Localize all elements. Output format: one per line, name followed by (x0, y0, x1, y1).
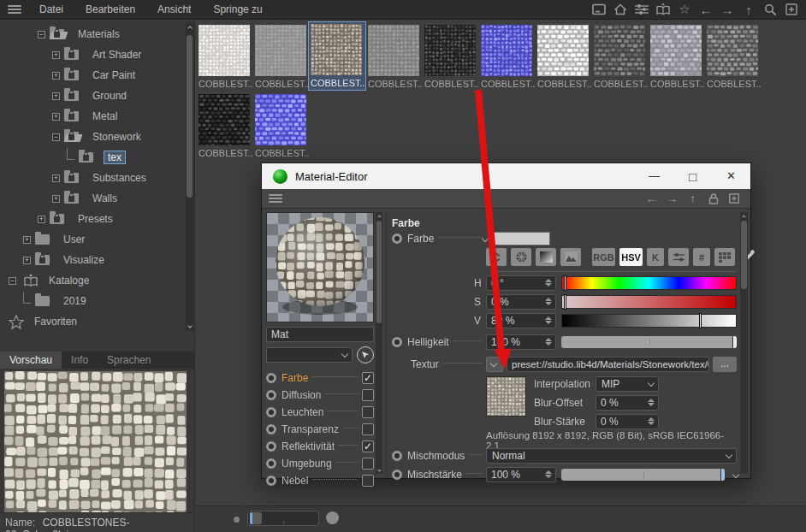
thumbnail-3[interactable]: COBBLEST.. (309, 22, 365, 90)
thumbnail-7[interactable]: COBBLEST.. (537, 25, 590, 89)
hex-mode-button[interactable]: # (693, 248, 710, 266)
lock-icon[interactable] (707, 192, 720, 205)
thumbnail-6[interactable]: COBBLEST.. (481, 25, 534, 89)
swatches-icon[interactable] (714, 248, 735, 266)
channel-checkbox[interactable]: ✓ (362, 372, 374, 384)
tree-item-visualize[interactable]: +Visualize (0, 250, 184, 270)
thumbnail-image[interactable] (199, 25, 250, 76)
channel-state-icon[interactable] (266, 373, 276, 383)
channel-state-icon[interactable] (266, 458, 276, 469)
filter-settings-icon[interactable] (634, 3, 649, 16)
thumbnail-image[interactable] (594, 25, 645, 76)
tree-item-label[interactable]: Ground (89, 89, 130, 103)
preview-type-dropdown[interactable] (266, 347, 353, 363)
channel-label[interactable]: Farbe (282, 372, 308, 384)
tree-item-label[interactable]: tex (104, 151, 126, 164)
channel-state-icon[interactable] (266, 407, 276, 417)
thumbnail-1[interactable]: COBBLEST.. (199, 25, 252, 89)
thumbnail-image[interactable] (255, 25, 306, 76)
hue-field[interactable]: 0 ° (486, 275, 556, 291)
channel-label[interactable]: Transparenz (282, 423, 339, 435)
collapse-icon[interactable]: − (38, 31, 45, 38)
value-marker[interactable] (699, 313, 702, 328)
forward-icon[interactable]: → (720, 3, 735, 16)
menu-item-datei[interactable]: Datei (28, 1, 74, 18)
tree-item-label[interactable]: User (60, 233, 88, 246)
tree-item-tex[interactable]: tex (0, 147, 184, 168)
rgb-mode-button[interactable]: RGB (592, 248, 615, 266)
thumbnail-size-slider[interactable] (247, 511, 319, 526)
thumbnail-8[interactable]: COBBLEST.. (594, 25, 647, 89)
parent-up-icon[interactable]: ↑ (686, 192, 699, 205)
history-back-icon[interactable]: ← (645, 192, 658, 205)
slider-handle[interactable] (732, 336, 737, 348)
tab-info[interactable]: Info (62, 352, 98, 369)
compact-mode-icon[interactable] (486, 248, 507, 266)
collapse-icon[interactable]: − (52, 133, 60, 141)
mix-strength-slider[interactable] (561, 469, 725, 481)
channel-state-icon[interactable] (266, 390, 276, 400)
thumbnail-image[interactable] (368, 25, 419, 76)
stepper[interactable] (545, 316, 553, 325)
back-icon[interactable]: ← (698, 3, 714, 16)
thumbnail-image[interactable] (255, 94, 306, 145)
hue-bar[interactable] (561, 276, 737, 290)
texture-thumbnail[interactable] (486, 376, 526, 417)
browse-button[interactable]: ... (713, 357, 737, 372)
thumbnail-image[interactable] (650, 25, 702, 76)
channel-state-icon[interactable] (392, 470, 402, 480)
pick-object-button[interactable] (357, 346, 374, 364)
up-icon[interactable]: ↑ (741, 3, 756, 16)
scroll-up-icon[interactable] (186, 25, 193, 32)
tab-vorschau[interactable]: Vorschau (0, 352, 62, 369)
expand-icon[interactable]: + (52, 51, 60, 59)
home-icon[interactable] (613, 3, 628, 16)
tree-item-car-paint[interactable]: +Car Paint (0, 65, 184, 86)
tree-item-label[interactable]: Metal (89, 109, 121, 123)
texture-dropdown-button[interactable] (486, 357, 503, 372)
search-icon[interactable] (762, 3, 778, 16)
slider-handle[interactable] (720, 469, 725, 481)
tree-item-ground[interactable]: +Ground (0, 86, 184, 106)
tree-item-kataloge[interactable]: −Kataloge (0, 270, 184, 291)
add-panel-icon[interactable] (784, 3, 799, 16)
channel-state-icon[interactable] (392, 451, 402, 461)
right-column-scrollbar[interactable] (740, 212, 748, 474)
tree-item-user[interactable]: +User (0, 229, 184, 250)
thumbnail-image[interactable] (424, 25, 476, 76)
thumbnail-4[interactable]: COBBLEST.. (368, 25, 421, 89)
menu-item-bearbeiten[interactable]: Bearbeiten (74, 1, 146, 18)
color-swatch[interactable] (493, 232, 550, 245)
channel-state-icon[interactable] (266, 476, 276, 486)
new-panel-icon[interactable] (727, 192, 740, 205)
tree-item-label[interactable]: Kataloge (45, 274, 92, 287)
channel-checkbox[interactable] (362, 389, 374, 401)
blur-strength-field[interactable]: 0 % (596, 414, 659, 429)
thumbnail-image[interactable] (199, 94, 250, 145)
tree-item-label[interactable]: Materials (74, 27, 123, 41)
expand-icon[interactable]: + (52, 72, 60, 80)
history-forward-icon[interactable]: → (666, 192, 679, 205)
stepper[interactable] (545, 337, 553, 346)
thumbnail-image[interactable] (311, 24, 362, 75)
image-icon[interactable] (560, 248, 581, 266)
tree-item-label[interactable]: 2019 (60, 294, 90, 308)
thumbnail-image[interactable] (481, 25, 532, 76)
scroll-down-icon[interactable] (186, 322, 193, 329)
thumbnail-9[interactable]: COBBLEST.. (650, 25, 703, 89)
tab-sprachen[interactable]: Sprachen (98, 352, 160, 369)
kelvin-mode-button[interactable]: K (647, 248, 664, 266)
tree-item-label[interactable]: Favoriten (31, 315, 80, 328)
tree-item-substances[interactable]: +Substances (0, 168, 184, 188)
tree-item-label[interactable]: Presets (74, 212, 116, 226)
channel-state-icon[interactable] (392, 233, 402, 244)
thumbnail-image[interactable] (537, 25, 589, 76)
tree-item-label[interactable]: Stonework (89, 130, 145, 144)
scroll-down-icon[interactable] (732, 471, 739, 478)
left-column-scrollbar[interactable] (376, 212, 382, 474)
tree-item-2019[interactable]: 2019 (0, 291, 184, 311)
tree-item-label[interactable]: Car Paint (89, 68, 139, 82)
slider-handle[interactable] (250, 512, 262, 524)
menu-icon[interactable] (8, 3, 21, 15)
minimize-button[interactable]: — (635, 168, 673, 184)
